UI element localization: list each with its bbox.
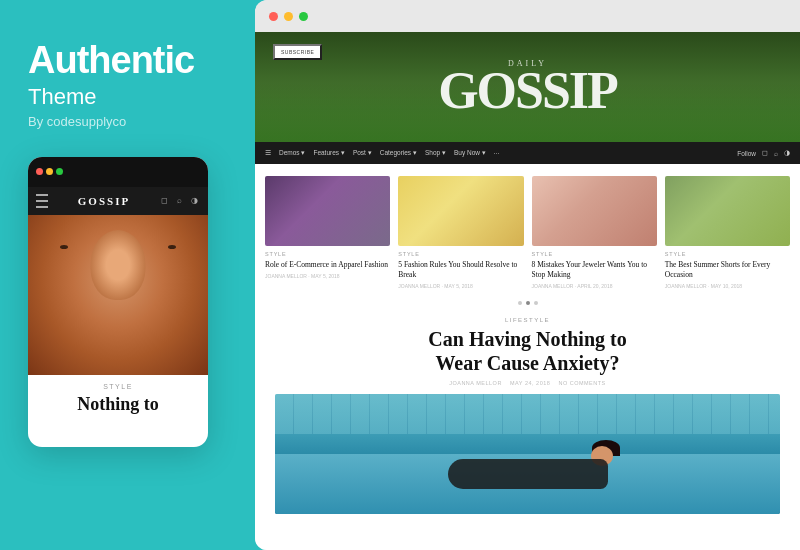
featured-meta: JOANNA MELLOR MAY 24, 2018 NO COMMENTS bbox=[275, 380, 780, 386]
article-meta-1: JOANNA MELLOR · MAY 5, 2018 bbox=[265, 273, 390, 279]
nav-follow[interactable]: Follow bbox=[737, 150, 756, 157]
brand-subtitle: Theme bbox=[28, 84, 227, 110]
article-card-3[interactable]: STYLE 8 Mistakes Your Jeweler Wants You … bbox=[532, 176, 657, 289]
article-title-4: The Best Summer Shorts for Every Occasio… bbox=[665, 260, 790, 280]
mobile-dot-yellow bbox=[46, 168, 53, 175]
left-panel: Authentic Theme By codesupplyco GOSSIP ◻… bbox=[0, 0, 255, 550]
article-thumb-2 bbox=[398, 176, 523, 246]
dot-1[interactable] bbox=[518, 301, 522, 305]
website-preview: SUBSCRIBE Daily GOSSIP ☰ Demos ▾ Feature… bbox=[255, 32, 800, 550]
site-hero: SUBSCRIBE Daily GOSSIP bbox=[255, 32, 800, 142]
featured-label: LIFESTYLE bbox=[275, 317, 780, 323]
eye-left bbox=[60, 245, 68, 249]
face-shape bbox=[91, 230, 146, 300]
featured-image bbox=[275, 394, 780, 514]
article-tag-2: STYLE bbox=[398, 251, 523, 257]
nav-right: Follow ◻ ⌕ ◑ bbox=[737, 149, 790, 157]
mobile-article-tag: STYLE bbox=[28, 375, 208, 390]
article-card-2[interactable]: STYLE 5 Fashion Rules You Should Resolve… bbox=[398, 176, 523, 289]
hero-gossip-container: Daily GOSSIP bbox=[438, 59, 617, 115]
mobile-top-bar bbox=[28, 157, 208, 187]
article-title-1: Role of E-Commerce in Apparel Fashion bbox=[265, 260, 390, 270]
mobile-user-icon[interactable]: ◑ bbox=[190, 196, 200, 206]
browser-chrome bbox=[255, 0, 800, 32]
figure-torso bbox=[448, 459, 608, 489]
article-card-1[interactable]: STYLE Role of E-Commerce in Apparel Fash… bbox=[265, 176, 390, 289]
mobile-search-icon[interactable]: ⌕ bbox=[175, 196, 185, 206]
nav-cart-icon[interactable]: ◻ bbox=[762, 149, 768, 157]
articles-section: STYLE Role of E-Commerce in Apparel Fash… bbox=[255, 164, 800, 297]
article-card-4[interactable]: STYLE The Best Summer Shorts for Every O… bbox=[665, 176, 790, 289]
eye-right bbox=[168, 245, 176, 249]
nav-post[interactable]: Post ▾ bbox=[353, 149, 372, 157]
article-tag-4: STYLE bbox=[665, 251, 790, 257]
mobile-dot-green bbox=[56, 168, 63, 175]
subscribe-button[interactable]: SUBSCRIBE bbox=[273, 44, 322, 60]
mobile-face bbox=[28, 215, 208, 375]
mobile-dot-red bbox=[36, 168, 43, 175]
nav-search-icon[interactable]: ⌕ bbox=[774, 150, 778, 157]
right-panel: SUBSCRIBE Daily GOSSIP ☰ Demos ▾ Feature… bbox=[255, 0, 800, 550]
chrome-dot-green[interactable] bbox=[299, 12, 308, 21]
article-tag-1: STYLE bbox=[265, 251, 390, 257]
mobile-cart-icon[interactable]: ◻ bbox=[160, 196, 170, 206]
hero-gossip-text: GOSSIP bbox=[438, 62, 617, 119]
mobile-mockup: GOSSIP ◻ ⌕ ◑ STYLE Nothing to bbox=[28, 157, 208, 447]
pool-tiles bbox=[275, 394, 780, 434]
mobile-article-title: Nothing to bbox=[28, 390, 208, 420]
nav-categories[interactable]: Categories ▾ bbox=[380, 149, 417, 157]
article-title-2: 5 Fashion Rules You Should Resolve to Br… bbox=[398, 260, 523, 280]
mobile-nav-icons: ◻ ⌕ ◑ bbox=[160, 196, 200, 206]
dot-2[interactable] bbox=[526, 301, 530, 305]
nav-buynow[interactable]: Buy Now ▾ bbox=[454, 149, 486, 157]
article-meta-4: JOANNA MELLOR · MAY 10, 2018 bbox=[665, 283, 790, 289]
featured-section: LIFESTYLE Can Having Nothing toWear Caus… bbox=[255, 309, 800, 522]
chrome-dot-yellow[interactable] bbox=[284, 12, 293, 21]
article-meta-3: JOANNA MELLOR · APRIL 20, 2018 bbox=[532, 283, 657, 289]
chrome-dot-red[interactable] bbox=[269, 12, 278, 21]
article-thumb-4 bbox=[665, 176, 790, 246]
mobile-hamburger[interactable] bbox=[36, 193, 48, 210]
articles-grid: STYLE Role of E-Commerce in Apparel Fash… bbox=[265, 176, 790, 289]
nav-hamburger-icon[interactable]: ☰ bbox=[265, 149, 271, 157]
nav-more[interactable]: ··· bbox=[494, 150, 499, 157]
article-meta-2: JOANNA MELLOR · MAY 5, 2018 bbox=[398, 283, 523, 289]
carousel-dots bbox=[255, 297, 800, 309]
mobile-nav: GOSSIP ◻ ⌕ ◑ bbox=[28, 187, 208, 215]
mobile-logo: GOSSIP bbox=[78, 195, 130, 207]
dot-3[interactable] bbox=[534, 301, 538, 305]
article-tag-3: STYLE bbox=[532, 251, 657, 257]
mobile-hero-image bbox=[28, 215, 208, 375]
nav-demos[interactable]: Demos ▾ bbox=[279, 149, 305, 157]
featured-title: Can Having Nothing toWear Cause Anxiety? bbox=[275, 327, 780, 375]
nav-features[interactable]: Features ▾ bbox=[313, 149, 344, 157]
article-title-3: 8 Mistakes Your Jeweler Wants You to Sto… bbox=[532, 260, 657, 280]
brand-title: Authentic bbox=[28, 40, 227, 82]
nav-shop[interactable]: Shop ▾ bbox=[425, 149, 446, 157]
article-thumb-3 bbox=[532, 176, 657, 246]
site-nav: ☰ Demos ▾ Features ▾ Post ▾ Categories ▾… bbox=[255, 142, 800, 164]
nav-user-icon[interactable]: ◑ bbox=[784, 149, 790, 157]
article-thumb-1 bbox=[265, 176, 390, 246]
brand-by: By codesupplyco bbox=[28, 114, 227, 129]
figure-body bbox=[428, 444, 628, 494]
